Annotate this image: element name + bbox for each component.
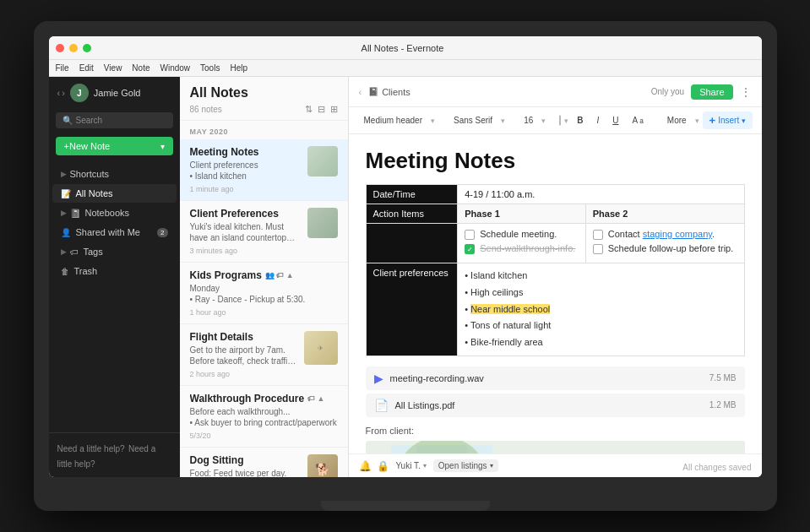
attachment-name: meeting-recording.wav (390, 373, 703, 383)
search-placeholder: Search (76, 116, 103, 125)
format-selector[interactable]: Medium header (359, 114, 427, 127)
sidebar-item-notebooks[interactable]: ▶ 📓 Notebooks (52, 204, 177, 222)
notebook-icon: 📓 (368, 87, 378, 96)
new-note-label-text: New Note (69, 141, 160, 151)
more-button[interactable]: More (662, 114, 692, 127)
title-bar: All Notes - Evernote (49, 36, 762, 60)
open-listings-button[interactable]: Open listings ▾ (433, 459, 498, 472)
sidebar-item-shared[interactable]: 👤 Shared with Me 2 (52, 223, 177, 242)
date-time-header: Date/Time (366, 185, 458, 204)
sidebar-item-trash[interactable]: 🗑 Trash (52, 262, 177, 280)
note-item-dog-sitting[interactable]: Dog Sitting Food: Feed twice per day. Sp… (180, 448, 348, 477)
trash-icon: 🗑 (61, 267, 69, 276)
from-client-label: From client: (366, 426, 745, 436)
chevron-down-icon: ▾ (695, 117, 699, 125)
note-content: Meeting Notes Client preferences• Island… (190, 146, 301, 193)
note-title-heading: Meeting Notes (366, 148, 745, 174)
attachment-size: 7.5 MB (709, 373, 737, 383)
menu-file[interactable]: File (56, 63, 69, 73)
menu-bar: File Edit View Note Window Tools Help (49, 60, 762, 77)
audio-icon: ▶ (374, 372, 383, 385)
checkbox-unchecked[interactable] (593, 230, 603, 240)
bell-icon[interactable]: 🔔 (359, 460, 372, 472)
breadcrumb-text: Clients (382, 87, 410, 97)
laptop-base (321, 501, 490, 511)
new-note-arrow: ▾ (160, 142, 165, 151)
note-title: Kids Programs 👥 🏷 ▲ (190, 269, 338, 281)
nav-back[interactable]: ‹ (57, 88, 61, 98)
editor-area[interactable]: Meeting Notes Date/Time 4-19 / 11:00 a.m… (349, 134, 762, 453)
search-bar[interactable]: 🔍 Search (56, 112, 173, 128)
checkbox-unchecked[interactable] (593, 244, 603, 254)
help-text[interactable]: Need a little help? (57, 444, 125, 453)
note-title: Client Preferences (190, 208, 301, 220)
pref-list: • Island kitchen • High ceilings • Near … (465, 268, 737, 351)
attachment-pdf[interactable]: 📄 All Listings.pdf 1.2 MB (366, 394, 745, 417)
note-icons: 🏷 ▲ (307, 394, 324, 403)
attachment-audio[interactable]: ▶ meeting-recording.wav 7.5 MB (366, 366, 745, 390)
filter-icon[interactable]: ⊟ (318, 104, 325, 115)
color-picker[interactable] (559, 115, 561, 126)
more-options-icon[interactable]: ⋮ (740, 85, 752, 99)
staging-company-link[interactable]: staging company (643, 229, 712, 239)
footer-right: All changes saved (682, 459, 751, 474)
new-note-button[interactable]: + New Note ▾ (56, 137, 173, 155)
note-thumbnail (307, 146, 338, 176)
phase1-tasks: Schedule meeting. Send-walkthrough-info. (458, 224, 586, 263)
client-pref-header: Client preferences (366, 263, 458, 356)
notes-date-section: MAY 2020 (180, 124, 348, 139)
menu-note[interactable]: Note (132, 63, 149, 73)
note-item-walkthrough[interactable]: Walkthrough Procedure 🏷 ▲ Before each wa… (180, 386, 348, 448)
task-label-done: Send-walkthrough-info. (480, 243, 575, 253)
sort-icon[interactable]: ⇅ (305, 104, 313, 115)
layout-icon[interactable]: ⊞ (330, 104, 338, 115)
note-item-meeting-notes[interactable]: Meeting Notes Client preferences• Island… (180, 139, 348, 201)
attachment-name: All Listings.pdf (395, 400, 703, 410)
sidebar-item-all-notes[interactable]: 📝 All Notes (52, 184, 177, 203)
note-thumbnail: ✈ (304, 331, 338, 365)
note-content: Flight Details Get to the airport by 7am… (190, 331, 297, 378)
header-right: Only you Share ⋮ (651, 84, 752, 100)
maximize-button[interactable] (83, 44, 91, 52)
share-button[interactable]: Share (691, 84, 732, 100)
chevron-down-icon: ▾ (431, 117, 435, 125)
phase2-tasks: Contact staging company. Schedule follow… (585, 224, 744, 263)
note-title: Dog Sitting (190, 454, 301, 466)
chevron-down-icon: ▾ (423, 462, 427, 470)
chevron-down-icon: ▾ (541, 117, 546, 125)
note-item-client-preferences[interactable]: Client Preferences Yuki's ideal kitchen.… (180, 201, 348, 263)
menu-help[interactable]: Help (230, 63, 247, 73)
close-button[interactable] (56, 44, 64, 52)
notes-icon: 📝 (61, 189, 71, 198)
note-item-flight-details[interactable]: Flight Details Get to the airport by 7am… (180, 324, 348, 386)
notes-count: 86 notes (190, 105, 222, 114)
client-pref-content: • Island kitchen • High ceilings • Near … (458, 263, 744, 356)
checkbox-unchecked[interactable] (465, 230, 475, 240)
font-selector[interactable]: Sans Serif (448, 114, 497, 127)
task-label: Contact staging company. (608, 229, 715, 239)
attachments-list: ▶ meeting-recording.wav 7.5 MB 📄 All Lis… (366, 366, 745, 417)
insert-button[interactable]: + Insert ▾ (703, 111, 753, 129)
bold-button[interactable]: B (572, 114, 588, 127)
note-item-kids-programs[interactable]: Kids Programs 👥 🏷 ▲ Monday• Ray - Dance … (180, 263, 348, 324)
chevron-right-icon: ▶ (61, 247, 67, 256)
sidebar-header: ‹ › J Jamie Gold (49, 77, 180, 109)
back-arrow-icon[interactable]: ‹ (359, 87, 362, 97)
menu-tools[interactable]: Tools (200, 63, 220, 73)
sidebar-item-tags[interactable]: ▶ 🏷 Tags (52, 242, 177, 261)
checkbox-checked[interactable] (465, 244, 475, 254)
text-format-icon[interactable]: Aa (628, 114, 649, 127)
menu-edit[interactable]: Edit (79, 63, 94, 73)
room-image-svg (366, 441, 745, 453)
font-size-selector[interactable]: 16 (519, 114, 538, 127)
menu-view[interactable]: View (104, 63, 122, 73)
minimize-button[interactable] (69, 44, 78, 52)
italic-button[interactable]: I (591, 114, 604, 127)
task-schedule-followup: Schedule follow-up before trip. (593, 243, 737, 254)
sidebar-item-shortcuts[interactable]: ▶ Shortcuts (52, 165, 177, 183)
menu-window[interactable]: Window (160, 63, 190, 73)
notes-list-title: All Notes (190, 85, 338, 100)
underline-button[interactable]: U (607, 114, 623, 127)
nav-forward[interactable]: › (62, 88, 65, 98)
lock-icon[interactable]: 🔒 (377, 460, 389, 472)
